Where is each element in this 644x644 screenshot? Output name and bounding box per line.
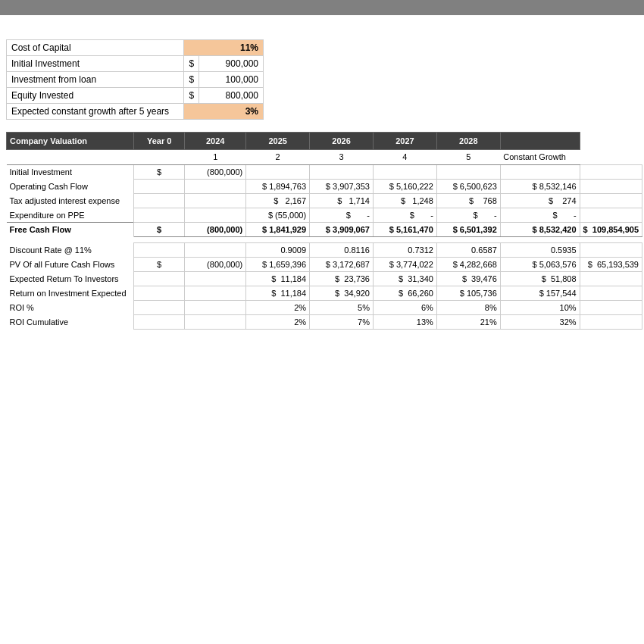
table-row: ROI %2%5%6%8%10% xyxy=(7,301,642,315)
cell-6-1 xyxy=(185,243,246,258)
cell-10-7 xyxy=(580,301,642,315)
cell-7-5: $ 4,282,668 xyxy=(436,258,500,272)
cell-1-3: $ 3,907,353 xyxy=(310,180,374,194)
table-row: Operating Cash Flow$ 1,894,763$ 3,907,35… xyxy=(7,180,642,194)
cell-0-6 xyxy=(500,165,580,180)
cell-4-2: $ 1,841,929 xyxy=(246,223,310,237)
cell-3-7 xyxy=(580,208,642,223)
cell-9-2: $ 11,184 xyxy=(246,286,310,301)
cell-2-6: $ 274 xyxy=(500,194,580,208)
col-header-3: 2025 xyxy=(246,133,310,150)
cell-2-0 xyxy=(134,194,185,208)
col-subheader-4: 3 xyxy=(310,150,374,165)
input-value-2: 100,000 xyxy=(199,72,264,88)
cell-10-3: 5% xyxy=(310,301,374,315)
input-value-3: 800,000 xyxy=(199,88,264,104)
cell-0-1: (800,000) xyxy=(185,165,246,180)
cell-8-3: $ 23,736 xyxy=(310,272,374,286)
table-row: Initial Investment$(800,000) xyxy=(7,165,642,180)
col-header-1: Year 0 xyxy=(134,133,185,150)
cell-1-7 xyxy=(580,180,642,194)
cell-0-5 xyxy=(436,165,500,180)
cell-7-6: $ 5,063,576 xyxy=(500,258,580,272)
cell-9-6: $ 157,544 xyxy=(500,286,580,301)
inputs-table: Cost of Capital11%Initial Investment$900… xyxy=(6,39,264,120)
col-header-4: 2026 xyxy=(310,133,374,150)
cell-1-4: $ 5,160,222 xyxy=(373,180,436,194)
cell-11-7 xyxy=(580,315,642,330)
input-value-4: 3% xyxy=(184,104,264,120)
spacer-row-5 xyxy=(7,237,580,243)
cell-9-4: $ 66,260 xyxy=(373,286,436,301)
input-label-1: Initial Investment xyxy=(7,56,184,72)
row-label-0: Initial Investment xyxy=(7,165,134,180)
cell-4-3: $ 3,909,067 xyxy=(310,223,374,237)
table-row: Expected Return To Investors$ 11,184$ 23… xyxy=(7,272,642,286)
cell-11-4: 13% xyxy=(373,315,436,330)
page-title-bar xyxy=(0,0,644,15)
cell-8-0 xyxy=(134,272,185,286)
col-header-6: 2028 xyxy=(436,133,500,150)
cell-0-3 xyxy=(310,165,374,180)
cell-11-0 xyxy=(134,315,185,330)
cell-4-4: $ 5,161,470 xyxy=(373,223,436,237)
cell-3-3: $ - xyxy=(310,208,374,223)
cell-6-5: 0.6587 xyxy=(436,243,500,258)
col-header-7 xyxy=(500,133,580,150)
cell-8-1 xyxy=(185,272,246,286)
row-label-7: PV Of all Future Cash Flows xyxy=(7,258,134,272)
row-label-3: Expenditure on PPE xyxy=(7,208,134,223)
cell-2-1 xyxy=(185,194,246,208)
cell-3-1 xyxy=(185,208,246,223)
cell-8-7 xyxy=(580,272,642,286)
input-label-2: Investment from loan xyxy=(7,72,184,88)
table-row: Return on Investment Expected$ 11,184$ 3… xyxy=(7,286,642,301)
cell-6-2: 0.9009 xyxy=(246,243,310,258)
col-subheader-7: Constant Growth xyxy=(500,150,580,165)
cell-1-5: $ 6,500,623 xyxy=(436,180,500,194)
cell-8-4: $ 31,340 xyxy=(373,272,436,286)
row-label-10: ROI % xyxy=(7,301,134,315)
cell-3-6: $ - xyxy=(500,208,580,223)
col-subheader-1 xyxy=(134,150,185,165)
cell-10-4: 6% xyxy=(373,301,436,315)
cell-2-2: $ 2,167 xyxy=(246,194,310,208)
cell-9-1 xyxy=(185,286,246,301)
row-label-1: Operating Cash Flow xyxy=(7,180,134,194)
input-label-0: Cost of Capital xyxy=(7,40,184,56)
cell-7-3: $ 3,172,687 xyxy=(310,258,374,272)
cell-4-0: $ xyxy=(134,223,185,237)
cell-9-7 xyxy=(580,286,642,301)
table-row: Discount Rate @ 11%0.90090.81160.73120.6… xyxy=(7,243,642,258)
cell-10-1 xyxy=(185,301,246,315)
cell-10-0 xyxy=(134,301,185,315)
input-value-0: 11% xyxy=(184,40,264,56)
table-row: ROI Cumulative2%7%13%21%32% xyxy=(7,315,642,330)
cell-4-6: $ 8,532,420 xyxy=(500,223,580,237)
cell-11-2: 2% xyxy=(246,315,310,330)
cell-11-5: 21% xyxy=(436,315,500,330)
cell-7-2: $ 1,659,396 xyxy=(246,258,310,272)
main-table-wrapper: Company ValuationYear 020242025202620272… xyxy=(0,126,644,336)
cell-4-1: (800,000) xyxy=(185,223,246,237)
cell-7-4: $ 3,774,022 xyxy=(373,258,436,272)
cell-6-0 xyxy=(134,243,185,258)
cell-2-7 xyxy=(580,194,642,208)
cell-11-1 xyxy=(185,315,246,330)
cell-6-6: 0.5935 xyxy=(500,243,580,258)
cell-2-5: $ 768 xyxy=(436,194,500,208)
cell-1-2: $ 1,894,763 xyxy=(246,180,310,194)
cell-2-3: $ 1,714 xyxy=(310,194,374,208)
row-label-6: Discount Rate @ 11% xyxy=(7,243,134,258)
input-dollar-2: $ xyxy=(184,72,199,88)
input-label-4: Expected constant growth after 5 years xyxy=(7,104,184,120)
col-header-0: Company Valuation xyxy=(7,133,134,150)
cell-8-6: $ 51,808 xyxy=(500,272,580,286)
cell-6-3: 0.8116 xyxy=(310,243,374,258)
table-row: Tax adjusted interest expense$ 2,167$ 1,… xyxy=(7,194,642,208)
cell-6-4: 0.7312 xyxy=(373,243,436,258)
input-dollar-1: $ xyxy=(184,56,199,72)
cell-1-1 xyxy=(185,180,246,194)
table-row: PV Of all Future Cash Flows$(800,000)$ 1… xyxy=(7,258,642,272)
cell-10-6: 10% xyxy=(500,301,580,315)
